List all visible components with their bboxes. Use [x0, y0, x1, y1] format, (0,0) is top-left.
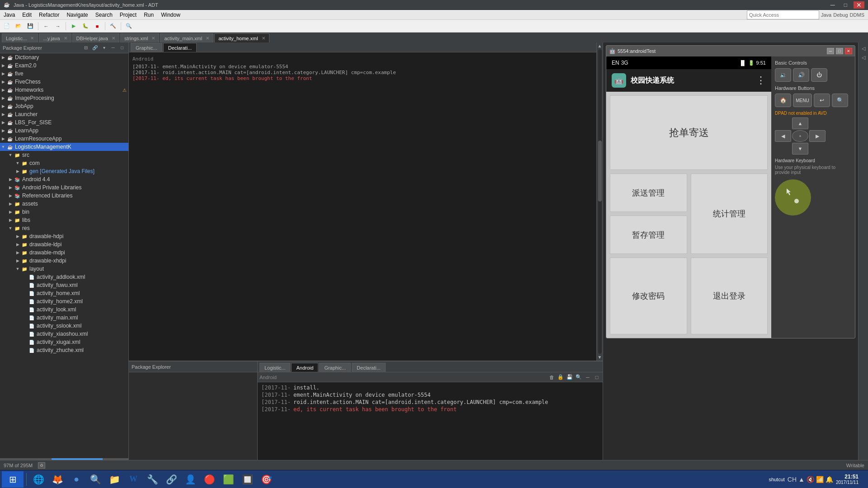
tab-close[interactable]: ✕: [30, 36, 34, 41]
console-tab-graphic[interactable]: Graphic...: [319, 363, 351, 372]
tree-item-jobapp[interactable]: ▶ ☕ JobApp: [0, 102, 128, 110]
app12-btn[interactable]: 🔲: [238, 471, 256, 488]
properties-toggle-btn[interactable]: ◁: [859, 53, 868, 61]
new-btn[interactable]: 📄: [2, 21, 12, 31]
tab-close[interactable]: ✕: [64, 36, 67, 41]
close-btn[interactable]: ✕: [854, 1, 864, 9]
emulator-close-btn[interactable]: ✕: [845, 48, 852, 54]
quick-access-input[interactable]: [747, 10, 819, 19]
tree-item-gen[interactable]: ▶ 📁 gen [Generated Java Files]: [0, 167, 128, 175]
build-btn[interactable]: 🔨: [108, 21, 118, 31]
btn-change-pwd[interactable]: 修改密码: [610, 258, 687, 334]
tree-item-launcher[interactable]: ▶ ☕ Launcher: [0, 110, 128, 118]
console-maximize-btn[interactable]: □: [593, 373, 601, 381]
subtab-graphical[interactable]: Graphic...: [131, 43, 162, 52]
debug-run-btn[interactable]: 🐛: [80, 21, 90, 31]
view-menu-icon[interactable]: ▾: [100, 44, 108, 52]
maximize-panel-icon[interactable]: □: [118, 44, 126, 52]
menu-edit[interactable]: Edit: [22, 12, 32, 18]
tree-item-activity-main[interactable]: 📄 activity_main.xml: [0, 314, 128, 322]
menu-dots-icon[interactable]: ⋮: [756, 75, 766, 86]
ie-btn[interactable]: 🌐: [29, 471, 47, 488]
tree-item-activity-home[interactable]: 📄 activity_home.xml: [0, 289, 128, 297]
scroll-track[interactable]: [598, 49, 602, 354]
tree-item-drawable-hdpi[interactable]: ▶ 📁 drawable-hdpi: [0, 232, 128, 240]
vol-up-btn[interactable]: 🔊: [793, 68, 809, 82]
tab-dbhelper[interactable]: DBHelper.java ✕: [72, 33, 119, 42]
collapse-all-icon[interactable]: ⊟: [82, 44, 90, 52]
tab-activity-main[interactable]: activity_main.xml ✕: [160, 33, 213, 42]
tree-item-layout[interactable]: ▼ 📁 layout: [0, 265, 128, 273]
tab-y-java[interactable]: ...y.java ✕: [39, 33, 71, 42]
stop-btn[interactable]: ■: [92, 21, 102, 31]
tree-item-referenced-libs[interactable]: ▶ 📚 Referenced Libraries: [0, 192, 128, 200]
scroll-up-btn[interactable]: ▲: [598, 43, 602, 48]
tree-item-drawable-mdpi[interactable]: ▶ 📁 drawable-mdpi: [0, 249, 128, 257]
tree-item-src[interactable]: ▼ 📁 src: [0, 151, 128, 159]
tree-item-logisticsmanagementk[interactable]: ▼ ☕ LogisticsManagementK: [0, 143, 128, 151]
menu-refactor[interactable]: Refactor: [39, 12, 59, 18]
menu-java[interactable]: Java: [4, 12, 15, 18]
tab-close[interactable]: ✕: [112, 36, 115, 41]
tree-item-assets[interactable]: ▶ 📁 assets: [0, 200, 128, 208]
tree-item-dictionary[interactable]: ▶ ☕ Dictionary: [0, 53, 128, 61]
console-filter-btn[interactable]: 🔍: [575, 373, 583, 381]
tree-item-activity-zhuche[interactable]: 📄 activity_zhuche.xml: [0, 346, 128, 354]
console-tab-decl[interactable]: Declarati...: [352, 363, 386, 372]
vol-down-btn[interactable]: 🔉: [775, 68, 791, 82]
app9-btn[interactable]: 👤: [181, 471, 199, 488]
back-btn[interactable]: ←: [41, 21, 51, 31]
btn-dispatch[interactable]: 派送管理: [610, 174, 687, 212]
app13-btn[interactable]: 🎯: [257, 471, 275, 488]
tab-strings[interactable]: strings.xml ✕: [120, 33, 160, 42]
tree-item-activity-xiugai[interactable]: 📄 activity_xiugai.xml: [0, 338, 128, 346]
home-btn[interactable]: 🏠: [775, 94, 791, 107]
scroll-thumb[interactable]: [52, 458, 103, 460]
console-minimize-btn[interactable]: ─: [584, 373, 592, 381]
tree-item-android-private-libs[interactable]: ▶ 📚 Android Private Libraries: [0, 183, 128, 192]
tree-item-activity-fuwu[interactable]: 📄 activity_fuwu.xml: [0, 281, 128, 289]
tab-logistic[interactable]: Logistic... ✕: [2, 33, 38, 42]
firefox-btn[interactable]: 🦊: [48, 471, 66, 488]
tree-item-activity-addlook[interactable]: 📄 activity_addlook.xml: [0, 273, 128, 281]
tree-item-drawable-xhdpi[interactable]: ▶ 📁 drawable-xhdpi: [0, 257, 128, 265]
tab-activity-home[interactable]: activity_home.xml ✕: [214, 33, 269, 42]
tree-item-exam[interactable]: ▶ ☕ Exam2.0: [0, 61, 128, 70]
tree-item-activity-xiaoshou[interactable]: 📄 activity_xiaoshou.xml: [0, 330, 128, 338]
tree-item-learnapp[interactable]: ▶ ☕ LearnApp: [0, 127, 128, 135]
tree-item-fivechess[interactable]: ▶ ☕ FiveChess: [0, 78, 128, 86]
outline-toggle-btn[interactable]: ◁: [859, 44, 868, 52]
dpad-down-btn[interactable]: ▼: [792, 143, 808, 155]
console-save-btn[interactable]: 💾: [566, 373, 574, 381]
app11-btn[interactable]: 🟩: [219, 471, 237, 488]
open-btn[interactable]: 📂: [14, 21, 24, 31]
tab-close[interactable]: ✕: [262, 36, 265, 41]
tab-close[interactable]: ✕: [206, 36, 209, 41]
subtab-declarations[interactable]: Declarati...: [163, 43, 197, 52]
start-btn[interactable]: ⊞: [2, 471, 24, 488]
tree-item-com[interactable]: ▼ 📁 com: [0, 159, 128, 167]
gc-btn[interactable]: ♻: [38, 462, 45, 469]
tree-item-libs[interactable]: ▶ 📁 libs: [0, 216, 128, 224]
power-btn[interactable]: ⏻: [811, 68, 827, 82]
virtual-kb-btn[interactable]: [775, 179, 811, 216]
btn-grab-order[interactable]: 抢单寄送: [610, 95, 768, 170]
clear-log-btn[interactable]: 🗑: [547, 373, 556, 381]
search-btn[interactable]: 🔍: [124, 21, 134, 31]
dpad-up-btn[interactable]: ▲: [792, 117, 808, 129]
tree-item-bin[interactable]: ▶ 📁 bin: [0, 208, 128, 216]
minimize-panel-icon[interactable]: ─: [109, 44, 117, 52]
save-btn[interactable]: 💾: [25, 21, 35, 31]
word-btn[interactable]: W: [124, 471, 142, 488]
search-btn-taskbar[interactable]: 🔍: [86, 471, 104, 488]
tree-item-drawable-ldpi[interactable]: ▶ 📁 drawable-ldpi: [0, 240, 128, 249]
menu-navigate[interactable]: Navigate: [66, 12, 88, 18]
emulator-minimize-btn[interactable]: ─: [827, 48, 834, 54]
menu-project[interactable]: Project: [120, 12, 137, 18]
tree-item-lbs[interactable]: ▶ ☕ LBS_For_SISE: [0, 118, 128, 127]
minimize-btn[interactable]: ─: [828, 1, 838, 9]
app7-btn[interactable]: 🔧: [143, 471, 161, 488]
menu-run[interactable]: Run: [144, 12, 154, 18]
menu-search[interactable]: Search: [95, 12, 113, 18]
app10-btn[interactable]: 🔴: [200, 471, 218, 488]
